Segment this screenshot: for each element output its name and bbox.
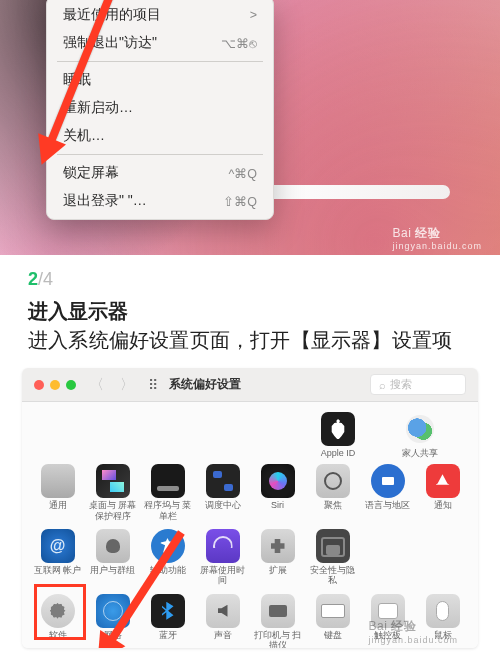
general-icon — [41, 464, 75, 498]
pref-screen-time[interactable]: 屏幕使用时间 — [197, 529, 248, 586]
menu-label: 重新启动… — [63, 99, 133, 117]
spotlight-icon — [316, 464, 350, 498]
window-titlebar: 〈 〉 ⠿ 系统偏好设置 ⌕ 搜索 — [22, 368, 478, 402]
watermark-brand: Bai — [368, 619, 387, 633]
hero-row: Apple ID 家人共享 — [32, 406, 468, 460]
step-title: 进入显示器 — [28, 298, 472, 325]
step-text-block: 2/4 进入显示器 进入系统偏好设置页面，打开【显示器】设置项 — [0, 255, 500, 362]
menu-label: 最近使用的项目 — [63, 6, 161, 24]
menu-item-lock[interactable]: 锁定屏幕 ^⌘Q — [47, 159, 273, 187]
window-title: 系统偏好设置 — [169, 376, 241, 393]
pref-desktop[interactable]: 桌面与 屏幕保护程序 — [87, 464, 138, 521]
pref-bluetooth[interactable]: 蓝牙 — [142, 594, 193, 648]
pref-apple-id[interactable]: Apple ID — [312, 412, 364, 458]
watermark-brand2: 经验 — [415, 226, 440, 240]
apple-menu-screenshot: 最近使用的项目 > 强制退出"访达" ⌥⌘⎋ 睡眠 重新启动… 关机… 锁定屏幕… — [0, 0, 500, 255]
pref-family-sharing[interactable]: 家人共享 — [394, 412, 446, 458]
menu-shortcut: ^⌘Q — [228, 166, 257, 181]
printers-icon — [261, 594, 295, 628]
extensions-icon — [261, 529, 295, 563]
step-subtitle: 进入系统偏好设置页面，打开【显示器】设置项 — [28, 327, 472, 354]
pref-extensions[interactable]: 扩展 — [252, 529, 303, 586]
siri-icon — [261, 464, 295, 498]
system-preferences-screenshot: 〈 〉 ⠿ 系统偏好设置 ⌕ 搜索 Apple ID 家人共享 通用 桌面与 屏… — [22, 368, 478, 648]
watermark-url: jingyan.baidu.com — [392, 241, 482, 251]
pref-internet-accounts[interactable]: 互联网 帐户 — [32, 529, 83, 586]
search-icon: ⌕ — [379, 379, 386, 391]
submenu-chevron-icon: > — [250, 8, 257, 22]
menu-item-force-quit[interactable]: 强制退出"访达" ⌥⌘⎋ — [47, 29, 273, 57]
apple-id-icon — [321, 412, 355, 446]
desktop-icon — [96, 464, 130, 498]
watermark-baidu: Bai 经验 jingyan.baidu.com — [392, 227, 482, 251]
close-icon[interactable] — [34, 380, 44, 390]
zoom-icon[interactable] — [66, 380, 76, 390]
apple-menu-panel: 最近使用的项目 > 强制退出"访达" ⌥⌘⎋ 睡眠 重新启动… 关机… 锁定屏幕… — [46, 0, 274, 220]
family-sharing-icon — [403, 412, 437, 446]
bluetooth-icon — [151, 594, 185, 628]
grid-view-icon[interactable]: ⠿ — [148, 377, 157, 393]
dock-icon — [151, 464, 185, 498]
sound-icon — [206, 594, 240, 628]
menu-shortcut: ⌥⌘⎋ — [221, 36, 257, 51]
menu-shortcut: ⇧⌘Q — [223, 194, 257, 209]
watermark-brand2: 经验 — [391, 619, 416, 633]
pref-mission-control[interactable]: 调度中心 — [197, 464, 248, 521]
blank-cell — [362, 529, 413, 586]
users-icon — [96, 529, 130, 563]
search-placeholder: 搜索 — [390, 377, 412, 392]
step-total: /4 — [38, 269, 53, 289]
watermark-brand: Bai — [392, 226, 411, 240]
security-icon — [316, 529, 350, 563]
pref-label: Apple ID — [312, 448, 364, 458]
step-current: 2 — [28, 269, 38, 289]
menu-label: 强制退出"访达" — [63, 34, 157, 52]
menu-item-recent[interactable]: 最近使用的项目 > — [47, 1, 273, 29]
screen-time-icon — [206, 529, 240, 563]
menu-item-shutdown[interactable]: 关机… — [47, 122, 273, 150]
apple-pencil-graphic — [250, 185, 450, 199]
back-button[interactable]: 〈 — [90, 376, 104, 394]
pref-users[interactable]: 用户与群组 — [87, 529, 138, 586]
pref-keyboard[interactable]: 键盘 — [307, 594, 358, 648]
pref-general[interactable]: 通用 — [32, 464, 83, 521]
pref-siri[interactable]: Siri — [252, 464, 303, 521]
menu-label: 关机… — [63, 127, 105, 145]
internet-accounts-icon — [41, 529, 75, 563]
pref-sound[interactable]: 声音 — [197, 594, 248, 648]
annotation-highlight-box — [34, 584, 86, 640]
pref-notifications[interactable]: 通知 — [417, 464, 468, 521]
blank-cell — [417, 529, 468, 586]
menu-item-logout[interactable]: 退出登录" "… ⇧⌘Q — [47, 187, 273, 215]
language-icon — [371, 464, 405, 498]
menu-item-restart[interactable]: 重新启动… — [47, 94, 273, 122]
pref-spotlight[interactable]: 聚焦 — [307, 464, 358, 521]
notifications-icon — [426, 464, 460, 498]
step-counter: 2/4 — [28, 269, 472, 290]
watermark-url: jingyan.baidu.com — [368, 635, 458, 645]
traffic-lights — [34, 380, 76, 390]
menu-separator — [57, 154, 263, 155]
menu-separator — [57, 61, 263, 62]
keyboard-icon — [316, 594, 350, 628]
watermark-baidu: Bai 经验 jingyan.baidu.com — [368, 618, 458, 645]
pref-language[interactable]: 语言与地区 — [362, 464, 413, 521]
pref-label: 家人共享 — [394, 448, 446, 458]
pref-security[interactable]: 安全性与隐私 — [307, 529, 358, 586]
pref-dock[interactable]: 程序坞与 菜单栏 — [142, 464, 193, 521]
mission-control-icon — [206, 464, 240, 498]
search-input[interactable]: ⌕ 搜索 — [370, 374, 466, 395]
pref-printers[interactable]: 打印机与 扫描仪 — [252, 594, 303, 648]
menu-label: 锁定屏幕 — [63, 164, 119, 182]
minimize-icon[interactable] — [50, 380, 60, 390]
forward-button[interactable]: 〉 — [120, 376, 134, 394]
menu-label: 退出登录" "… — [63, 192, 147, 210]
preferences-body: Apple ID 家人共享 通用 桌面与 屏幕保护程序 程序坞与 菜单栏 调度中… — [22, 402, 478, 648]
